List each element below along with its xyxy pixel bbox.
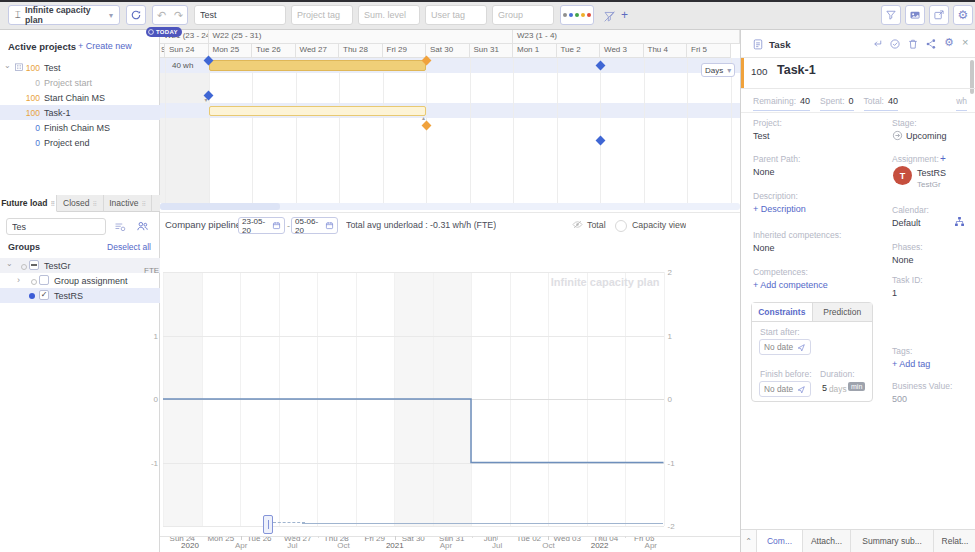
task-title[interactable]: Task-1 (777, 63, 816, 77)
navigator-selection-handle[interactable] (263, 515, 273, 534)
project-tree-item-test[interactable]: ⌄100Test (0, 60, 160, 75)
duration-value[interactable]: 5 (822, 383, 827, 393)
filter-input-project-tag[interactable] (291, 5, 353, 25)
gantt-row-test[interactable]: 40 wh (160, 58, 740, 73)
tab-future-load[interactable]: Future load⠿ (0, 195, 57, 212)
project-tree-item-finish-chain-ms[interactable]: 0Finish Chain MS (0, 120, 160, 135)
open-editor-button[interactable] (929, 5, 949, 25)
filter-input-user-tag[interactable] (425, 5, 487, 25)
tab-grip-icon[interactable]: ⠿ (93, 200, 97, 207)
total-label: Total (587, 220, 606, 230)
filter-rows-icon[interactable] (114, 221, 126, 233)
reports-button[interactable] (905, 5, 925, 25)
stage-value[interactable]: Upcoming (906, 131, 947, 141)
legend-dots-field[interactable] (560, 5, 594, 25)
tab-inactive[interactable]: Inactive⠿ (104, 195, 152, 212)
add-description-link[interactable]: + Description (753, 204, 806, 214)
complete-icon[interactable] (889, 38, 901, 50)
chevron-down-icon[interactable]: ⌄ (4, 61, 11, 70)
start-after-date-button[interactable]: No date (759, 339, 811, 355)
filter-settings-button[interactable] (881, 5, 901, 25)
share-icon[interactable] (925, 38, 937, 50)
project-tree-item-start-chain-ms[interactable]: 100Start Chain MS (0, 90, 160, 105)
duration-min-badge[interactable]: min (848, 382, 865, 391)
tab-closed[interactable]: Closed⠿ (57, 195, 104, 212)
history-icon[interactable] (871, 38, 883, 50)
groups-search-input[interactable] (6, 218, 106, 235)
checkbox-off[interactable] (39, 275, 49, 285)
navigator-label: Jul (287, 541, 297, 550)
group-tree-item-testrs[interactable]: ✓TestRS (0, 288, 160, 303)
checkbox-mixed[interactable] (29, 260, 39, 270)
milestone-diamond-blue[interactable] (595, 136, 605, 146)
chevron-down-icon[interactable]: ⌄ (6, 259, 13, 268)
constraints-box: ConstraintsPrediction Start after: No da… (751, 302, 873, 402)
project-tree-item-project-start[interactable]: 0Project start (0, 75, 160, 90)
add-assignment-icon[interactable]: + (940, 153, 946, 164)
gantt-hscrollbar[interactable] (160, 203, 740, 210)
add-competence-link[interactable]: + Add competence (753, 280, 828, 290)
group-tree-item-group-assignment[interactable]: ›Group assignment (0, 273, 160, 288)
milestone-diamond-orange[interactable] (421, 121, 431, 131)
bottom-tab-attach[interactable]: Attach... (802, 530, 850, 552)
gantt-row-project-start[interactable] (160, 73, 740, 88)
milestone-diamond-blue[interactable] (595, 61, 605, 71)
eye-slash-icon[interactable] (572, 219, 583, 230)
assignee-avatar[interactable]: T (893, 166, 912, 185)
tab-grip-icon[interactable]: ⠿ (141, 200, 145, 207)
search-input[interactable] (194, 5, 286, 25)
gantt-bar-baseline[interactable] (209, 106, 427, 116)
chevron-right-icon[interactable]: › (17, 275, 20, 285)
stat-total[interactable]: Total:40 (864, 96, 898, 111)
create-new-link[interactable]: + Create new (78, 41, 132, 51)
tab-constraints[interactable]: Constraints (752, 303, 812, 321)
stat-remaining[interactable]: Remaining:40 (753, 96, 810, 111)
timeline-navigator[interactable]: 2020AprJulOct2021AprJulOct2022Apr (160, 513, 740, 552)
group-tree-item-testgr[interactable]: ⌄TestGr (0, 258, 160, 273)
delete-icon[interactable] (907, 38, 919, 50)
description-label: Description: (753, 191, 798, 201)
calendar-value[interactable]: Default (892, 218, 921, 228)
tab-prediction[interactable]: Prediction (812, 303, 873, 321)
gantt-row-project-end[interactable] (160, 133, 740, 148)
clear-filter-icon[interactable] (603, 10, 616, 23)
tab-grip-icon[interactable]: ⠿ (50, 200, 54, 207)
gantt-row-start-chain-ms[interactable] (160, 88, 740, 103)
filter-input-group[interactable] (492, 5, 554, 25)
project-buffer-value: 0 (0, 138, 44, 148)
gantt-row-task-1[interactable]: ▾▴ (160, 103, 740, 118)
date-from-input[interactable]: 23-05-20 (238, 217, 285, 234)
date-to-input[interactable]: 05-06-20 (291, 217, 338, 234)
plan-selector-dropdown[interactable]: ⌶ Infinite capacity plan (8, 5, 120, 25)
sitemap-icon[interactable] (954, 216, 965, 227)
plan-selector-label: Infinite capacity plan (25, 5, 105, 25)
settings-button[interactable]: ⚙ (953, 5, 973, 25)
project-tree-item-task-1[interactable]: 100Task-1 (0, 105, 160, 120)
assignee-name[interactable]: TestRS (917, 168, 946, 178)
load-chart: 210-1-210-1FTEInfinite capacity planSun … (160, 238, 740, 513)
checkbox-on[interactable]: ✓ (39, 290, 49, 300)
project-value[interactable]: Test (753, 131, 770, 141)
collapse-tabs-icon[interactable]: ⌃ (741, 530, 756, 552)
finish-before-date-button[interactable]: No date (759, 381, 811, 397)
refresh-button[interactable] (126, 5, 146, 25)
bottom-tab-com[interactable]: Com... (756, 530, 802, 552)
undo-icon[interactable]: ↶ (157, 9, 166, 22)
stat-spent[interactable]: Spent:0 (820, 96, 854, 111)
add-tag-link[interactable]: + Add tag (892, 359, 930, 369)
add-filter-icon[interactable]: + (621, 8, 628, 22)
redo-icon[interactable]: ↷ (174, 9, 183, 22)
bottom-tab-summarysub[interactable]: Summary sub... (850, 530, 933, 552)
gantt-zoom-dropdown[interactable]: Days (701, 63, 735, 77)
filter-input-sum-level[interactable] (358, 5, 420, 25)
bottom-tab-relat[interactable]: Relat... (933, 530, 975, 552)
close-panel-icon[interactable]: × (962, 36, 968, 48)
capacity-view-toggle[interactable] (615, 220, 627, 232)
today-pill[interactable]: TODAY (146, 27, 182, 37)
users-icon[interactable] (136, 220, 149, 233)
project-tree-item-project-end[interactable]: 0Project end (0, 135, 160, 150)
gantt-bar[interactable] (209, 60, 427, 71)
deselect-all-link[interactable]: Deselect all (107, 242, 151, 252)
gantt-row-finish-chain-ms[interactable] (160, 118, 740, 133)
task-settings-icon[interactable]: ⚙ (944, 36, 954, 49)
